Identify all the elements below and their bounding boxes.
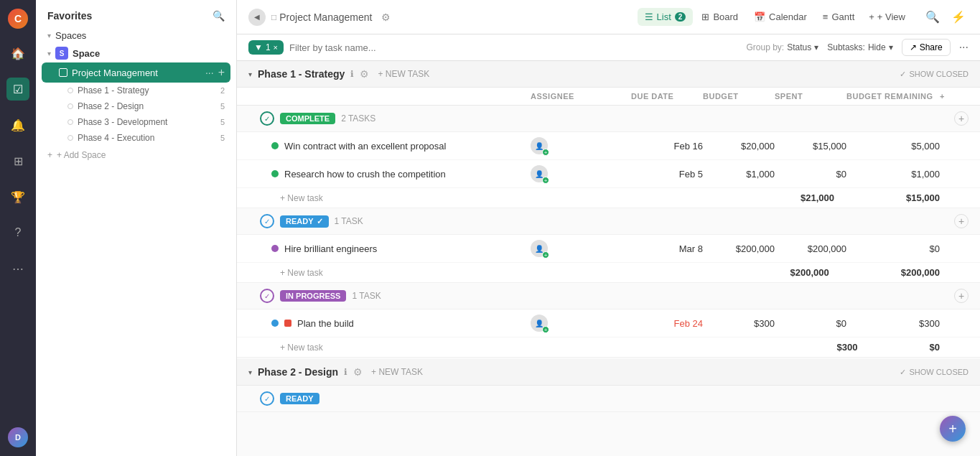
ready-collapse-button[interactable]: ✓ [260, 214, 274, 228]
group-by-control[interactable]: Group by: Status ▾ [747, 42, 819, 52]
phase1-show-closed-button[interactable]: ✓ SHOW CLOSED [900, 70, 969, 79]
new-task-link[interactable]: + New task [280, 343, 323, 353]
tab-list[interactable]: ☰ List 2 [638, 8, 694, 26]
phase1-info-icon[interactable]: ℹ [350, 69, 354, 79]
fab-add-button[interactable]: + [940, 416, 966, 442]
phase1-show-closed-label: SHOW CLOSED [909, 70, 969, 78]
tab-calendar[interactable]: 📅 Calendar [747, 8, 814, 26]
phase2-collapse-icon[interactable] [248, 368, 252, 376]
sidebar-item-phase3[interactable]: Phase 3 - Development 5 [42, 114, 230, 130]
topbar-search-icon[interactable]: 🔍 [923, 7, 943, 27]
task-dot-icon [271, 320, 279, 327]
task-name[interactable]: Hire brilliant engineers [284, 243, 377, 254]
sidebar-header: Favorites 🔍 [36, 0, 236, 27]
breadcrumb-icon: □ [271, 12, 276, 22]
nav-help-icon[interactable]: ? [6, 221, 29, 244]
task-row: Win contract with an excellent proposal … [237, 132, 980, 160]
task-name-cell: Plan the build [271, 318, 531, 329]
project-add-icon[interactable]: + [218, 66, 225, 79]
inprogress-badge: IN PROGRESS [280, 290, 346, 302]
group-by-value: Status [787, 42, 811, 52]
sidebar-item-phase2[interactable]: Phase 2 - Design 5 [42, 98, 230, 114]
phase1-checkmark-icon: ✓ [900, 70, 906, 79]
nav-check-icon[interactable]: ☑ [6, 78, 29, 101]
task-budget: $1,000 [703, 169, 775, 180]
phase2-show-closed-button[interactable]: ✓ SHOW CLOSED [900, 368, 969, 377]
phase1-new-task-button[interactable]: + NEW TASK [378, 69, 429, 79]
complete-badge: COMPLETE [280, 113, 335, 124]
task-row: Hire brilliant engineers 👤 + Mar 8 $200,… [237, 235, 980, 263]
task-budget: $200,000 [703, 243, 775, 254]
inprogress-new-task-row[interactable]: + New task $300 $0 [237, 338, 980, 358]
add-assignee-icon[interactable]: + [542, 177, 549, 184]
group-by-label: Group by: [747, 42, 785, 52]
phase1-settings-icon[interactable]: ⚙ [360, 68, 369, 80]
phase2-settings-icon[interactable]: ⚙ [353, 366, 363, 378]
phase2-new-task-button[interactable]: + NEW TASK [371, 367, 423, 377]
complete-add-button[interactable]: + [954, 111, 969, 126]
topbar-bolt-icon[interactable]: ⚡ [948, 7, 969, 27]
add-view-button[interactable]: + + View [863, 9, 911, 25]
sidebar-item-project-management[interactable]: Project Management ··· + [42, 62, 230, 83]
task-name[interactable]: Win contract with an excellent proposal [284, 141, 446, 152]
new-task-link[interactable]: + New task [280, 268, 323, 278]
collapse-sidebar-button[interactable]: ◀ [248, 9, 266, 26]
task-assignee-avatar[interactable]: 👤 + [531, 240, 548, 257]
task-spent: $200,000 [775, 243, 846, 254]
add-assignee-icon[interactable]: + [542, 326, 549, 333]
tab-gantt[interactable]: ≡ Gantt [816, 8, 862, 26]
task-budget-remaining: $5,000 [846, 141, 940, 152]
ready-add-button[interactable]: + [954, 214, 969, 228]
inprogress-add-button[interactable]: + [954, 289, 969, 303]
ready-spent-total: $200,000 [901, 267, 940, 278]
project-more-icon[interactable]: ··· [205, 67, 214, 78]
phase2-info-icon[interactable]: ℹ [344, 367, 347, 377]
phase1-collapse-icon[interactable] [248, 70, 252, 78]
nav-home-icon[interactable]: 🏠 [6, 42, 29, 65]
filter-input[interactable] [289, 42, 740, 53]
filter-clear-button[interactable]: × [274, 43, 278, 52]
sidebar-item-phase4[interactable]: Phase 4 - Execution 5 [42, 130, 230, 146]
add-assignee-icon[interactable]: + [542, 251, 549, 259]
nav-dashboard-icon[interactable]: ⊞ [6, 149, 29, 172]
more-options-button[interactable]: ··· [959, 41, 969, 54]
task-assignee-cell: 👤 + [531, 137, 631, 154]
task-assignee-avatar[interactable]: 👤 + [531, 165, 548, 182]
task-budget-remaining: $0 [846, 243, 940, 254]
space-item[interactable]: S Space [42, 44, 230, 62]
task-due-date: Feb 5 [631, 169, 703, 180]
add-view-label: + View [877, 11, 905, 22]
task-dot-icon [271, 142, 279, 149]
add-space-button[interactable]: + + Add Space [36, 146, 236, 164]
sidebar: Favorites 🔍 Spaces S Space Project Manag… [36, 0, 237, 456]
task-name[interactable]: Research how to crush the competition [284, 169, 446, 180]
group-by-chevron-icon: ▾ [814, 42, 818, 52]
complete-status-header: ✓ COMPLETE 2 TASKS + [237, 106, 980, 132]
task-spent: $15,000 [775, 141, 846, 152]
task-assignee-avatar[interactable]: 👤 + [531, 315, 548, 332]
complete-new-task-row[interactable]: + New task $21,000 $15,000 [237, 188, 980, 208]
complete-collapse-button[interactable]: ✓ [260, 111, 274, 126]
ready-new-task-row[interactable]: + New task $200,000 $200,000 [237, 263, 980, 283]
sidebar-item-phase1[interactable]: Phase 1 - Strategy 2 [42, 83, 230, 98]
spaces-label[interactable]: Spaces [42, 27, 230, 44]
filterbar: ▼ 1 × Group by: Status ▾ Subtasks: Hide … [237, 34, 980, 61]
share-button[interactable]: ↗ Share [902, 39, 951, 56]
add-assignee-icon[interactable]: + [542, 149, 549, 156]
subtasks-control[interactable]: Subtasks: Hide ▾ [827, 42, 892, 52]
task-content: Phase 1 - Strategy ℹ ⚙ + NEW TASK ✓ SHOW… [237, 61, 980, 456]
sidebar-search-icon[interactable]: 🔍 [213, 10, 225, 22]
inprogress-collapse-button[interactable]: ✓ [260, 289, 274, 303]
col-add[interactable]: + [940, 92, 969, 101]
phase2-status-collapse[interactable]: ✓ [260, 391, 274, 406]
task-name[interactable]: Plan the build [297, 318, 354, 329]
project-settings-icon[interactable]: ⚙ [378, 9, 393, 25]
nav-trophy-icon[interactable]: 🏆 [6, 185, 29, 208]
nav-bell-icon[interactable]: 🔔 [6, 113, 29, 136]
avatar[interactable]: D [8, 427, 28, 447]
task-assignee-avatar[interactable]: 👤 + [531, 137, 548, 154]
tab-board[interactable]: ⊞ Board [694, 8, 745, 26]
app-logo[interactable]: C [8, 9, 28, 29]
nav-more-icon[interactable]: ⋯ [6, 257, 29, 280]
new-task-link[interactable]: + New task [280, 193, 323, 203]
